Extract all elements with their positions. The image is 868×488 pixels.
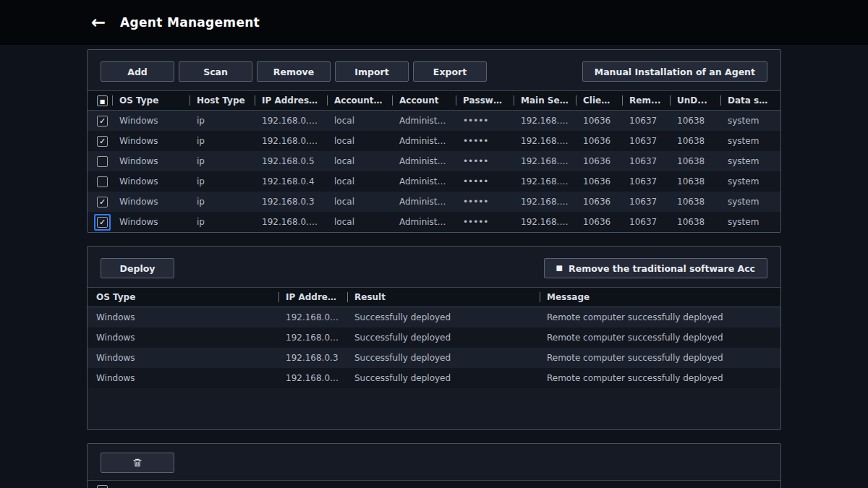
deploy-row[interactable]: Windows192.168.0.3Successfully deployedR… [88, 348, 780, 368]
page-title: Agent Management [120, 15, 260, 30]
row-checkbox[interactable] [97, 136, 108, 147]
cell-account_type: local [327, 131, 392, 151]
deploy-row[interactable]: Windows192.168.0.13Successfully deployed… [88, 328, 780, 348]
add-button[interactable]: Add [101, 61, 174, 82]
agent-row[interactable]: Windowsip192.168.0.14localAdministrator•… [88, 212, 780, 232]
cell-und_port: 10638 [670, 171, 720, 192]
cell-password: ••••• [456, 151, 514, 171]
scan-button[interactable]: Scan [179, 61, 252, 82]
cell-account: Administrator [392, 192, 456, 212]
deploy-row[interactable]: Windows192.168.0.12Successfully deployed… [88, 307, 780, 328]
checkbox-wrap [94, 133, 111, 150]
agents-panel: Add Scan Remove Import Export Manual Ins… [87, 49, 781, 233]
cell-ip: 192.168.0.12 [278, 307, 347, 328]
cell-os_type: Windows [88, 307, 278, 328]
cell-client_port: 10636 [576, 151, 622, 171]
agents-table-body: Windowsip192.168.0.12localAdministrator•… [88, 111, 780, 232]
column-header-client[interactable]: Clien... [576, 91, 622, 110]
cell-ip: 192.168.0.12 [255, 111, 327, 131]
export-button[interactable]: Export [413, 61, 487, 82]
column-header-rem[interactable]: Rem... [622, 91, 670, 110]
cell-result: Successfully deployed [347, 368, 540, 388]
row-checkbox[interactable] [97, 197, 108, 207]
row-checkbox[interactable] [97, 217, 108, 228]
agent-row[interactable]: Windowsip192.168.0.3localAdministrator••… [88, 192, 780, 212]
cell-host_type: ip [190, 111, 255, 131]
row-checkbox[interactable] [97, 176, 108, 187]
cell-os_type: Windows [88, 328, 278, 348]
cell-remote_port: 10637 [622, 111, 670, 131]
cell-data_source: system [720, 151, 780, 171]
checkbox-wrap [94, 113, 111, 129]
bottom-table-header [88, 480, 780, 488]
column-header-account-type[interactable]: Account ... [327, 91, 392, 110]
cell-remote_port: 10637 [622, 212, 670, 232]
column-header-und[interactable]: UnD... [670, 91, 720, 110]
deploy-table-header: OS Type IP Address... Result Message [88, 287, 780, 307]
back-arrow-icon[interactable]: ← [91, 14, 106, 31]
remove-traditional-button[interactable]: ■ Remove the traditional software Acc [544, 258, 767, 278]
cell-ip: 192.168.0.14 [278, 368, 347, 388]
column-header-data-source[interactable]: Data so... [720, 91, 780, 110]
cell-ip: 192.168.0.3 [255, 192, 327, 212]
cell-account_type: local [327, 212, 392, 232]
column-header-ip-address[interactable]: IP Address... [278, 288, 347, 307]
bottom-select-all-checkbox[interactable] [97, 485, 108, 488]
cell-password: ••••• [456, 212, 514, 232]
cell-os_type: Windows [112, 131, 190, 151]
cell-os_type: Windows [88, 368, 278, 388]
bottom-select-all-cell [88, 481, 112, 488]
cell-os_type: Windows [88, 348, 278, 368]
cell-client_port: 10636 [576, 212, 622, 232]
column-header-os-type[interactable]: OS Type [112, 91, 190, 110]
column-header-host-type[interactable]: Host Type [190, 91, 255, 110]
selected-checkbox-outline [94, 214, 111, 231]
cell-data_source: system [720, 111, 780, 131]
deploy-toolbar: Deploy ■ Remove the traditional software… [88, 247, 780, 287]
deploy-button[interactable]: Deploy [101, 258, 174, 278]
cell-host_type: ip [190, 192, 255, 212]
row-checkbox[interactable] [97, 116, 108, 127]
column-header-password[interactable]: Passwo... [456, 91, 514, 110]
agent-row[interactable]: Windowsip192.168.0.12localAdministrator•… [88, 111, 780, 131]
remove-traditional-label: Remove the traditional software Acc [569, 263, 755, 274]
select-all-checkbox[interactable] [97, 95, 108, 106]
deploy-panel: Deploy ■ Remove the traditional software… [87, 246, 781, 430]
column-header-result[interactable]: Result [347, 288, 540, 307]
checkbox-cell [88, 171, 112, 192]
manual-install-button[interactable]: Manual Installation of an Agent [582, 61, 767, 82]
column-header-os-type[interactable]: OS Type [88, 288, 278, 307]
column-header-account[interactable]: Account [392, 91, 456, 110]
cell-client_port: 10636 [576, 192, 622, 212]
delete-button[interactable] [101, 453, 174, 473]
deploy-row[interactable]: Windows192.168.0.14Successfully deployed… [88, 368, 780, 388]
cell-client_port: 10636 [576, 171, 622, 192]
cell-data_source: system [720, 171, 780, 192]
top-bar: ← Agent Management [0, 0, 868, 45]
cell-password: ••••• [456, 131, 514, 151]
import-button[interactable]: Import [335, 61, 409, 82]
cell-main_server: 192.168.0.9 [514, 192, 576, 212]
cell-account: Administrator [392, 131, 456, 151]
cell-und_port: 10638 [670, 212, 720, 232]
cell-ip: 192.168.0.5 [255, 151, 327, 171]
cell-account_type: local [327, 111, 392, 131]
cell-os_type: Windows [112, 111, 190, 131]
agent-row[interactable]: Windowsip192.168.0.5localAdministrator••… [88, 151, 780, 171]
cell-account_type: local [327, 171, 392, 192]
agent-row[interactable]: Windowsip192.168.0.13localAdministrator•… [88, 131, 780, 151]
cell-account_type: local [327, 151, 392, 171]
cell-password: ••••• [456, 192, 514, 212]
cell-host_type: ip [190, 212, 255, 232]
checkbox-wrap [94, 194, 111, 210]
cell-message: Remote computer successfully deployed [540, 348, 780, 368]
cell-account: Administrator [392, 212, 456, 232]
row-checkbox[interactable] [97, 156, 108, 167]
bottom-panel [87, 443, 781, 488]
column-header-main-server[interactable]: Main Ser... [514, 91, 576, 110]
column-header-message[interactable]: Message [540, 288, 780, 307]
cell-result: Successfully deployed [347, 328, 540, 348]
remove-button[interactable]: Remove [257, 61, 331, 82]
agent-row[interactable]: Windowsip192.168.0.4localAdministrator••… [88, 171, 780, 192]
column-header-ip-address[interactable]: IP Address/... [255, 91, 327, 110]
